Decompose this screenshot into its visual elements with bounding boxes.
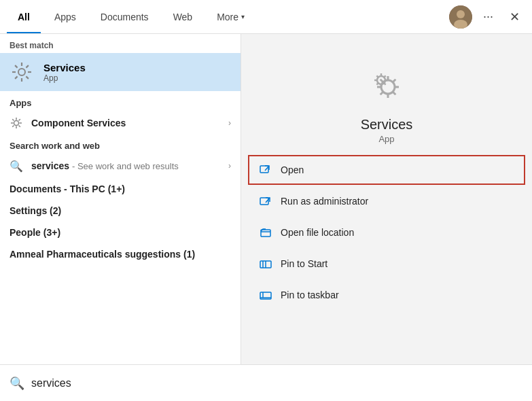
people-label: People (3+) bbox=[10, 227, 231, 238]
svg-line-26 bbox=[380, 80, 383, 82]
search-input[interactable] bbox=[31, 377, 522, 389]
close-button[interactable]: ✕ bbox=[504, 7, 525, 27]
pin-to-taskbar-label: Pin to taskbar bbox=[281, 290, 339, 300]
main-layout: Best match bbox=[0, 34, 532, 364]
right-app-name: Services bbox=[361, 117, 413, 133]
best-match-text: Services App bbox=[43, 62, 86, 83]
left-panel: Best match bbox=[0, 34, 241, 364]
right-app-info: Services App bbox=[241, 48, 532, 155]
run-as-admin-action[interactable]: Run as administrator bbox=[248, 186, 525, 216]
search-icon-bottom: 🔍 bbox=[10, 376, 24, 391]
svg-line-38 bbox=[376, 83, 378, 84]
tab-all[interactable]: All bbox=[7, 0, 41, 33]
svg-line-37 bbox=[384, 75, 385, 77]
tab-web[interactable]: Web bbox=[162, 0, 204, 33]
svg-line-35 bbox=[376, 75, 378, 77]
best-match-item[interactable]: Services App bbox=[0, 53, 241, 91]
tab-web-label: Web bbox=[173, 12, 193, 22]
open-file-location-action[interactable]: Open file location bbox=[248, 217, 525, 247]
chevron-right-icon: › bbox=[228, 118, 231, 128]
pin-to-taskbar-icon bbox=[259, 288, 272, 302]
open-file-location-label: Open file location bbox=[281, 227, 354, 238]
search-web-item[interactable]: 🔍 services - See work and web results › bbox=[0, 154, 241, 178]
documents-section[interactable]: Documents - This PC (1+) bbox=[0, 178, 241, 200]
svg-rect-39 bbox=[260, 166, 268, 173]
services-icon bbox=[10, 60, 34, 84]
documents-label: Documents - This PC (1+) bbox=[10, 184, 231, 194]
best-match-title: Services bbox=[43, 62, 86, 73]
svg-line-11 bbox=[15, 76, 18, 79]
avatar[interactable] bbox=[449, 5, 472, 29]
search-web-label: Search work and web bbox=[0, 135, 241, 154]
svg-rect-43 bbox=[261, 230, 270, 237]
svg-point-12 bbox=[14, 121, 19, 126]
open-label: Open bbox=[281, 164, 304, 175]
settings-label: Settings (2) bbox=[10, 205, 231, 216]
best-match-label: Best match bbox=[0, 34, 241, 53]
chevron-down-icon: ▾ bbox=[241, 13, 245, 20]
people-section[interactable]: People (3+) bbox=[0, 222, 241, 243]
svg-point-3 bbox=[18, 69, 25, 75]
svg-line-19 bbox=[19, 119, 20, 120]
open-file-location-icon bbox=[259, 226, 272, 239]
tab-apps[interactable]: Apps bbox=[43, 0, 87, 33]
search-icon: 🔍 bbox=[10, 159, 23, 173]
run-as-admin-label: Run as administrator bbox=[281, 196, 368, 207]
search-web-item-label: services - See work and web results bbox=[31, 160, 220, 171]
amneal-label: Amneal Pharmaceuticals suggestions (1) bbox=[10, 249, 231, 260]
component-services-icon bbox=[10, 116, 23, 130]
apps-section-label: Apps bbox=[0, 91, 241, 111]
tab-more[interactable]: More ▾ bbox=[206, 0, 255, 33]
tab-more-label: More bbox=[217, 12, 238, 22]
svg-line-18 bbox=[19, 126, 20, 127]
top-tabs: All Apps Documents Web More ▾ bbox=[7, 0, 449, 33]
component-services-label: Component Services bbox=[31, 118, 220, 128]
svg-line-28 bbox=[393, 80, 395, 82]
svg-line-36 bbox=[384, 83, 385, 84]
tab-documents-label: Documents bbox=[101, 12, 149, 22]
more-options-button[interactable]: ··· bbox=[478, 7, 499, 27]
svg-line-17 bbox=[12, 119, 14, 120]
tab-documents[interactable]: Documents bbox=[90, 0, 160, 33]
right-app-icon bbox=[362, 61, 411, 110]
settings-section[interactable]: Settings (2) bbox=[0, 200, 241, 222]
open-icon bbox=[259, 163, 272, 177]
bottom-search-bar: 🔍 bbox=[0, 364, 532, 401]
svg-line-8 bbox=[15, 65, 18, 68]
pin-to-start-label: Pin to Start bbox=[281, 258, 327, 269]
top-bar-actions: ··· ✕ bbox=[449, 5, 525, 29]
pin-to-start-action[interactable]: Pin to Start bbox=[248, 249, 525, 279]
right-actions: Open Run as administrator bbox=[241, 155, 532, 310]
amneal-section[interactable]: Amneal Pharmaceuticals suggestions (1) bbox=[0, 243, 241, 265]
right-panel: Services App Open bbox=[241, 34, 532, 364]
run-as-admin-icon bbox=[259, 194, 272, 208]
chevron-right-icon-2: › bbox=[228, 161, 231, 171]
tab-apps-label: Apps bbox=[54, 12, 76, 22]
svg-line-20 bbox=[12, 126, 14, 127]
svg-line-42 bbox=[266, 198, 270, 203]
right-app-type: App bbox=[378, 134, 394, 144]
svg-line-10 bbox=[26, 65, 29, 68]
pin-to-start-icon bbox=[259, 257, 272, 271]
top-bar: All Apps Documents Web More ▾ ··· ✕ bbox=[0, 0, 532, 34]
svg-point-1 bbox=[457, 10, 465, 18]
svg-line-29 bbox=[380, 92, 383, 94]
tab-all-label: All bbox=[18, 12, 30, 22]
svg-line-27 bbox=[393, 92, 395, 94]
component-services-item[interactable]: Component Services › bbox=[0, 111, 241, 135]
svg-line-9 bbox=[26, 76, 29, 79]
open-action[interactable]: Open bbox=[248, 155, 525, 185]
best-match-subtitle: App bbox=[43, 73, 86, 83]
pin-to-taskbar-action[interactable]: Pin to taskbar bbox=[248, 280, 525, 310]
